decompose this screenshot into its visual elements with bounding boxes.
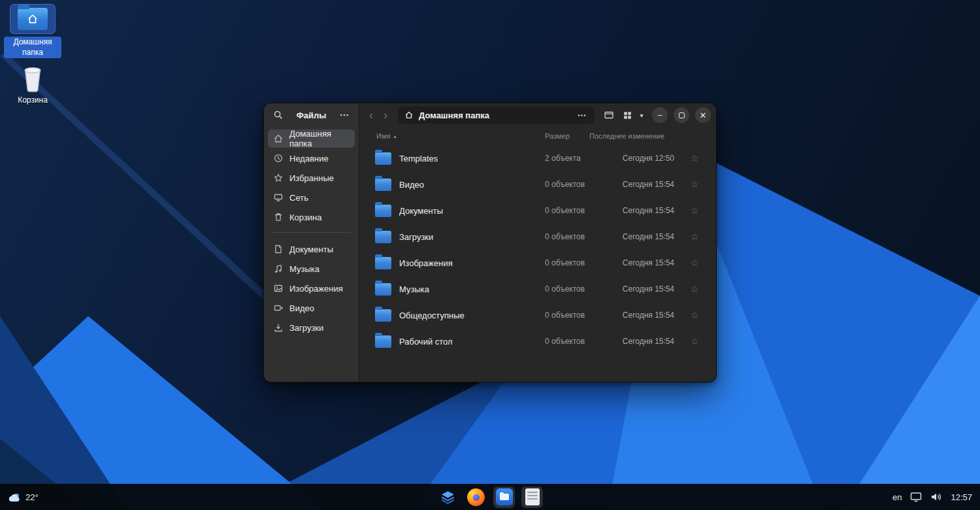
location-menu-button[interactable] — [575, 109, 588, 122]
text-editor-icon — [525, 488, 540, 505]
sidebar-item-document[interactable]: Документы — [268, 240, 355, 258]
sidebar-item-trash[interactable]: Корзина — [268, 208, 355, 226]
file-row[interactable]: Templates2 объектаСегодня 12∶50☆ — [367, 145, 708, 171]
sidebar-item-recent[interactable]: Недавние — [268, 149, 355, 167]
selection-highlight — [10, 4, 56, 34]
app-launcher-layers[interactable] — [437, 486, 459, 508]
maximize-button[interactable] — [674, 107, 689, 123]
file-list: Templates2 объектаСегодня 12∶50☆Видео0 о… — [359, 144, 716, 382]
desktop-icon-trash[interactable]: Корзина — [1, 64, 64, 106]
sidebar-item-video[interactable]: Видео — [268, 299, 355, 317]
sidebar-item-network[interactable]: Сеть — [268, 188, 355, 207]
folder-icon — [375, 178, 391, 191]
file-name: Изображения — [399, 258, 453, 268]
menu-dots-icon — [339, 110, 350, 120]
search-button[interactable] — [270, 107, 287, 124]
sort-ascending-icon: ▴ — [393, 133, 396, 139]
file-row[interactable]: Изображения0 объектовСегодня 15∶54☆ — [367, 250, 708, 276]
folder-icon — [375, 231, 391, 243]
file-name: Видео — [399, 180, 424, 190]
column-header-modified[interactable]: Последнее изменение — [589, 132, 681, 140]
column-header-size[interactable]: Размер — [545, 132, 589, 140]
file-size: 0 объектов — [545, 206, 589, 215]
app-launcher-editor[interactable] — [521, 486, 543, 508]
file-modified: Сегодня 15∶54 — [589, 232, 681, 241]
image-icon — [273, 283, 284, 294]
column-header-name[interactable]: Имя ▴ — [376, 132, 545, 140]
forward-button[interactable]: › — [379, 107, 392, 124]
sidebar-item-label: Музыка — [289, 264, 319, 274]
close-button[interactable]: ✕ — [695, 107, 711, 123]
app-launcher-files[interactable] — [493, 486, 515, 508]
file-row[interactable]: Общедоступные0 объектовСегодня 15∶54☆ — [367, 302, 708, 328]
file-name: Музыка — [399, 284, 429, 294]
sidebar: Файлы Домашняя папкаНедавниеИзбранныеСет… — [264, 103, 359, 382]
star-icon[interactable]: ☆ — [681, 231, 708, 242]
download-icon — [273, 322, 284, 333]
files-app-icon — [496, 488, 513, 505]
file-row[interactable]: Видео0 объектовСегодня 15∶54☆ — [367, 171, 708, 197]
file-row[interactable]: Рабочий стол0 объектовСегодня 15∶54☆ — [367, 328, 708, 354]
weather-icon — [8, 492, 21, 502]
temperature-label: 22° — [25, 492, 39, 502]
sidebar-item-star[interactable]: Избранные — [268, 169, 355, 187]
app-launcher-firefox[interactable] — [465, 486, 487, 508]
weather-widget[interactable]: 22° — [8, 492, 39, 502]
minimize-button[interactable]: − — [652, 107, 668, 123]
file-row[interactable]: Документы0 объектовСегодня 15∶54☆ — [367, 197, 708, 224]
star-icon[interactable]: ☆ — [681, 258, 708, 268]
trash-icon — [273, 212, 284, 222]
maximize-icon — [679, 112, 685, 118]
clock[interactable]: 12:57 — [951, 492, 972, 502]
folder-icon — [375, 205, 391, 217]
content-pane: ‹ › Домашняя папка — [359, 103, 716, 382]
file-modified: Сегодня 15∶54 — [589, 311, 681, 320]
sidebar-item-home[interactable]: Домашняя папка — [268, 129, 355, 148]
star-icon[interactable]: ☆ — [681, 153, 708, 163]
view-options-button[interactable]: ▾ — [637, 112, 646, 119]
file-modified: Сегодня 15∶54 — [589, 206, 681, 215]
star-icon — [273, 173, 284, 183]
new-tab-button[interactable] — [600, 107, 617, 124]
sidebar-item-image[interactable]: Изображения — [268, 279, 355, 298]
file-row[interactable]: Загрузки0 объектовСегодня 15∶54☆ — [367, 224, 708, 250]
view-toggle-button[interactable] — [619, 107, 636, 124]
keyboard-layout-indicator[interactable]: en — [892, 492, 902, 502]
sidebar-item-download[interactable]: Загрузки — [268, 318, 355, 337]
sidebar-header: Файлы — [264, 103, 359, 127]
document-icon — [273, 244, 284, 254]
back-button[interactable]: ‹ — [365, 107, 378, 124]
star-icon[interactable]: ☆ — [681, 310, 708, 320]
sidebar-item-label: Изображения — [289, 284, 343, 294]
volume-icon[interactable] — [930, 492, 942, 502]
file-size: 0 объектов — [545, 284, 589, 294]
desktop-icon-home[interactable]: Домашняя папка — [1, 4, 64, 58]
recent-icon — [273, 153, 284, 163]
file-row[interactable]: Музыка0 объектовСегодня 15∶54☆ — [367, 276, 708, 302]
app-menu-button[interactable] — [336, 107, 353, 124]
star-icon[interactable]: ☆ — [681, 179, 708, 190]
star-icon[interactable]: ☆ — [681, 336, 708, 347]
sidebar-item-label: Корзина — [289, 212, 322, 222]
home-icon — [27, 13, 39, 25]
app-title: Файлы — [289, 110, 333, 120]
folder-icon — [375, 257, 391, 269]
file-modified: Сегодня 15∶54 — [589, 180, 681, 189]
file-size: 0 объектов — [545, 337, 589, 346]
sidebar-bookmarks: ДокументыМузыкаИзображенияВидеоЗагрузки — [268, 240, 355, 338]
file-modified: Сегодня 15∶54 — [589, 337, 681, 346]
sidebar-item-music[interactable]: Музыка — [268, 260, 355, 278]
home-icon — [273, 133, 284, 144]
network-icon — [273, 192, 284, 203]
sidebar-item-label: Документы — [289, 245, 333, 254]
sidebar-separator — [272, 232, 351, 233]
display-icon[interactable] — [910, 492, 922, 502]
sidebar-item-label: Сеть — [289, 193, 308, 203]
star-icon[interactable]: ☆ — [681, 205, 708, 216]
sidebar-places: Домашняя папкаНедавниеИзбранныеСетьКорзи… — [268, 129, 355, 228]
star-icon[interactable]: ☆ — [681, 284, 708, 294]
pathbar[interactable]: Домашняя папка — [398, 107, 595, 124]
file-size: 0 объектов — [545, 232, 589, 241]
file-modified: Сегодня 15∶54 — [589, 284, 681, 294]
sidebar-item-label: Избранные — [289, 173, 334, 183]
